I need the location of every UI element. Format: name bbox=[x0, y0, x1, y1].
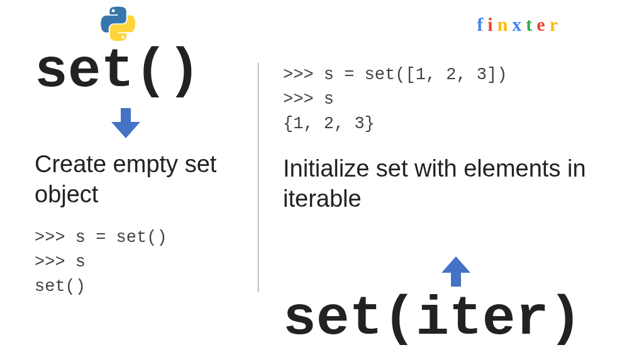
finxter-logo: finxter bbox=[477, 14, 562, 35]
logo-letter-f: f bbox=[477, 14, 487, 35]
arrow-down-icon bbox=[110, 108, 142, 138]
python-logo-icon bbox=[101, 6, 135, 41]
left-code-example: >>> s = set() >>> s set() bbox=[35, 226, 239, 299]
right-column: >>> s = set([1, 2, 3]) >>> s {1, 2, 3} I… bbox=[258, 38, 644, 362]
left-description: Create empty set object bbox=[35, 150, 239, 209]
logo-letter-x: x bbox=[512, 14, 526, 35]
logo-letter-i: i bbox=[487, 14, 497, 35]
logo-letter-e: e bbox=[536, 14, 549, 35]
right-title-code: set(iter) bbox=[283, 292, 582, 347]
main-container: set() Create empty set object >>> s = se… bbox=[0, 0, 644, 362]
right-code-example: >>> s = set([1, 2, 3]) >>> s {1, 2, 3} bbox=[283, 63, 625, 136]
logo-letter-n: n bbox=[497, 14, 513, 35]
right-description: Initialize set with elements in iterable bbox=[283, 154, 625, 214]
left-title-code: set() bbox=[35, 44, 239, 99]
logo-letter-t: t bbox=[526, 14, 536, 35]
left-column: set() Create empty set object >>> s = se… bbox=[0, 38, 258, 362]
arrow-up-icon bbox=[440, 256, 472, 287]
logo-letter-r: r bbox=[550, 14, 562, 35]
